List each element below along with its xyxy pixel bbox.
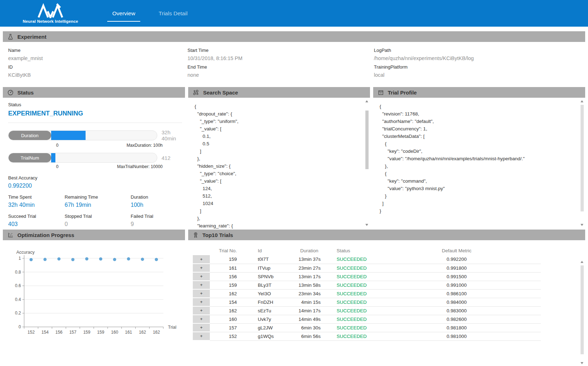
cell-trial-no: 152 bbox=[210, 332, 242, 340]
field-label: TrainingPlatform bbox=[374, 63, 585, 71]
best-accuracy-value: 0.992200 bbox=[8, 183, 182, 189]
trial-profile-scrollbar bbox=[580, 99, 584, 227]
expand-row-button[interactable]: + bbox=[193, 255, 210, 264]
stat-label: Duration bbox=[131, 194, 182, 200]
cell-metric: 0.992200 bbox=[405, 255, 508, 264]
optimization-title: Optimization Progress bbox=[17, 232, 74, 238]
archive-box-icon bbox=[378, 90, 384, 96]
expand-row-button[interactable]: + bbox=[193, 315, 210, 323]
stat-value: 67h 19min bbox=[65, 202, 131, 208]
expand-row-button[interactable]: + bbox=[193, 281, 210, 289]
table-row: + 162 YeI3O 23min 34s SUCCEEDED 0.986100 bbox=[193, 289, 541, 298]
cell-id: gL2JW bbox=[242, 323, 292, 332]
cell-metric: 0.991000 bbox=[405, 281, 508, 289]
accuracy-scatter-chart: Accuracy00.20.40.60.81152154156157159159… bbox=[3, 249, 185, 356]
cell-status: SUCCEEDED bbox=[327, 323, 405, 332]
scatter-point bbox=[113, 258, 116, 261]
x-tick-label: 160 bbox=[111, 330, 118, 335]
field-value: 10/31/2018, 8:16:15 PM bbox=[187, 54, 374, 63]
x-tick-label: 152 bbox=[28, 330, 35, 335]
expand-row-button[interactable]: + bbox=[193, 306, 210, 315]
x-tick-label: 159 bbox=[97, 330, 104, 335]
trialnum-progress-bar: TrialNum bbox=[8, 153, 157, 163]
expand-row-button[interactable]: + bbox=[193, 272, 210, 281]
expand-row-button[interactable]: + bbox=[193, 289, 210, 298]
x-tick-label: 161 bbox=[125, 330, 132, 335]
expand-row-button[interactable]: + bbox=[193, 298, 210, 306]
optimization-header: Optimization Progress bbox=[3, 230, 185, 240]
experiment-title: Experiment bbox=[17, 34, 47, 40]
trial-profile-title: Trial Profile bbox=[388, 90, 417, 96]
trial-profile-header: Trial Profile bbox=[373, 87, 585, 98]
scrollbar-up-arrow[interactable] bbox=[365, 100, 368, 102]
cell-metric: 0.986100 bbox=[405, 289, 508, 298]
scrollbar-down-arrow[interactable] bbox=[365, 224, 368, 226]
scatter-point bbox=[43, 258, 47, 261]
cell-metric: 0.981800 bbox=[405, 323, 508, 332]
scrollbar-up-arrow[interactable] bbox=[581, 100, 583, 102]
cell-trial-no: 162 bbox=[210, 306, 242, 315]
duration-bar-label: Duration bbox=[9, 131, 51, 140]
expand-row-button[interactable]: + bbox=[193, 264, 210, 272]
expand-row-button[interactable]: + bbox=[193, 332, 210, 340]
trialnum-min: 0 bbox=[56, 164, 59, 169]
trial-profile-panel: Trial Profile { "revision": 11768, "auth… bbox=[373, 87, 585, 228]
cell-status: SUCCEEDED bbox=[327, 272, 405, 281]
trialnum-bar-label: TrialNum bbox=[9, 153, 51, 162]
col-trial-no: Trial No. bbox=[210, 246, 242, 255]
x-tick-label: 157 bbox=[69, 330, 76, 335]
field-label: LogPath bbox=[374, 46, 585, 54]
trialnum-max: MaxTrialNumber: 10000 bbox=[117, 164, 163, 169]
cell-id: SPNVb bbox=[242, 272, 292, 281]
experiment-section: Experiment Name example_mnist ID KCiBytK… bbox=[3, 31, 585, 82]
scrollbar-thumb[interactable] bbox=[581, 265, 584, 354]
y-tick-label: 1 bbox=[18, 256, 21, 261]
table-row: + 161 ITVup 23min 27s SUCCEEDED 0.991800 bbox=[193, 264, 541, 272]
x-tick-label: 154 bbox=[42, 330, 49, 335]
scrollbar-down-arrow[interactable] bbox=[581, 362, 583, 364]
field-value: example_mnist bbox=[8, 54, 187, 63]
x-tick-label: 162 bbox=[153, 330, 160, 335]
table-row: + 157 gL2JW 6min 30s SUCCEEDED 0.981800 bbox=[193, 323, 541, 332]
stat-label: Time Spent bbox=[8, 194, 65, 200]
divider bbox=[8, 123, 182, 123]
tab-trials-detail[interactable]: Trials Detail bbox=[157, 8, 189, 19]
cell-duration: 23min 27s bbox=[292, 264, 327, 272]
trial-profile-json: { "revision": 11768, "authorName": "defa… bbox=[373, 98, 585, 215]
scrollbar-thumb[interactable] bbox=[581, 105, 584, 211]
field-value: none bbox=[187, 71, 374, 79]
cell-metric: 0.982600 bbox=[405, 315, 508, 323]
cell-metric: 0.981000 bbox=[405, 332, 508, 340]
cell-metric: 0.984000 bbox=[405, 298, 508, 306]
scatter-point bbox=[127, 257, 130, 260]
stat-label: Succeed Trial bbox=[8, 214, 65, 219]
cell-status: SUCCEEDED bbox=[327, 332, 405, 340]
status-title: Status bbox=[17, 90, 34, 96]
tab-overview[interactable]: Overview bbox=[111, 8, 137, 19]
cell-status: SUCCEEDED bbox=[327, 289, 405, 298]
experiment-info: Name example_mnist ID KCiBytKB Start Tim… bbox=[3, 42, 585, 82]
cell-status: SUCCEEDED bbox=[327, 255, 405, 264]
y-tick-label: 0.8 bbox=[15, 270, 21, 275]
scrollbar-up-arrow[interactable] bbox=[581, 261, 583, 263]
table-row: + 160 Uvk7y 14min 49s SUCCEEDED 0.982600 bbox=[193, 315, 541, 323]
trialnum-progress: TrialNum 412 bbox=[8, 153, 182, 163]
cell-metric: 0.991500 bbox=[405, 272, 508, 281]
scatter-point bbox=[85, 257, 88, 260]
stat-value: 403 bbox=[8, 221, 65, 227]
cell-duration: 13min 17s bbox=[292, 272, 327, 281]
field-value: KCiBytKB bbox=[8, 71, 187, 79]
duration-bar-value: 32h 40min bbox=[162, 129, 182, 141]
x-tick-label: 156 bbox=[55, 330, 62, 335]
search-space-title: Search Space bbox=[203, 90, 238, 96]
experiment-status-value: EXPERIMENT_RUNNING bbox=[8, 110, 182, 117]
scrollbar-thumb[interactable] bbox=[365, 111, 369, 169]
y-tick-label: 0 bbox=[18, 324, 21, 329]
scatter-plot-icon bbox=[7, 232, 13, 238]
top-navbar: Neural Network Intelligence Overview Tri… bbox=[0, 0, 588, 27]
table-row: + 159 BLy3T 13min 58s SUCCEEDED 0.991000 bbox=[193, 281, 541, 289]
expand-row-button[interactable]: + bbox=[193, 323, 210, 332]
trialnum-bar-fill bbox=[51, 153, 55, 162]
scrollbar-down-arrow[interactable] bbox=[581, 224, 583, 226]
stat-value: 32h 40min bbox=[8, 202, 65, 208]
